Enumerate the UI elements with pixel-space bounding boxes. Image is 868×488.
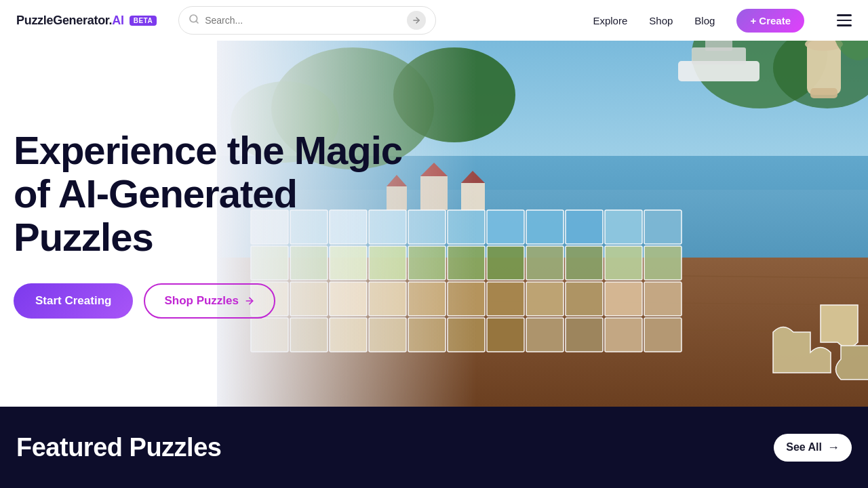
nav-links: Explore Shop Blog + Create: [593, 9, 852, 33]
hero-title: Experience the Magic of AI-Generated Puz…: [14, 129, 407, 258]
start-creating-button[interactable]: Start Creating: [14, 283, 133, 319]
nav-link-blog[interactable]: Blog: [694, 15, 715, 26]
see-all-label: See All: [786, 441, 822, 453]
search-input[interactable]: [205, 15, 401, 26]
hero-content: Experience the Magic of AI-Generated Puz…: [0, 88, 407, 318]
svg-line-1: [196, 21, 198, 23]
navbar: PuzzleGenerator.AI BETA Explore Shop Blo…: [0, 0, 868, 41]
search-icon: [189, 14, 199, 27]
search-bar[interactable]: [178, 6, 436, 35]
see-all-arrow-icon: →: [827, 441, 840, 455]
featured-section: Featured Puzzles See All →: [0, 407, 868, 488]
hero-buttons: Start Creating Shop Puzzles: [14, 283, 407, 319]
shop-puzzles-button[interactable]: Shop Puzzles: [144, 283, 275, 319]
hero-section: Experience the Magic of AI-Generated Puz…: [0, 0, 868, 407]
logo[interactable]: PuzzleGenerator.AI BETA: [16, 14, 157, 28]
shop-arrow-icon: [244, 296, 255, 306]
hamburger-menu-button[interactable]: [837, 14, 852, 26]
nav-link-explore[interactable]: Explore: [593, 15, 627, 26]
beta-badge: BETA: [130, 16, 157, 26]
see-all-button[interactable]: See All →: [774, 434, 852, 462]
logo-text: PuzzleGenerator.AI: [16, 14, 124, 28]
search-submit-button[interactable]: [407, 11, 426, 30]
create-button[interactable]: + Create: [736, 9, 804, 33]
nav-link-shop[interactable]: Shop: [649, 15, 673, 26]
featured-title: Featured Puzzles: [16, 433, 221, 462]
